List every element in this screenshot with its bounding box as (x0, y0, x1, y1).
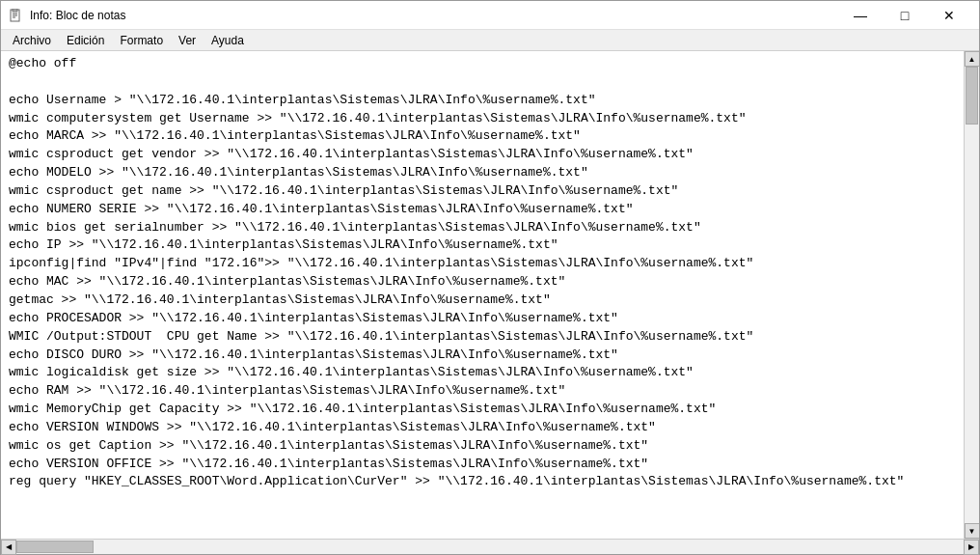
menu-formato[interactable]: Formato (112, 32, 171, 49)
text-editor[interactable]: @echo off echo Username > "\\172.16.40.1… (1, 51, 964, 539)
scrollbar-down-button[interactable]: ▼ (965, 523, 980, 539)
scrollbar-left-button[interactable]: ◀ (1, 540, 16, 555)
minimize-button[interactable]: — (838, 1, 883, 30)
menu-edicion[interactable]: Edición (59, 32, 112, 49)
menu-archivo[interactable]: Archivo (5, 32, 59, 49)
scrollbar-v-thumb[interactable] (966, 67, 978, 125)
maximize-button[interactable]: □ (883, 1, 927, 30)
svg-rect-1 (13, 9, 17, 12)
scrollbar-v-track[interactable] (965, 67, 979, 523)
close-button[interactable]: ✕ (927, 1, 971, 30)
content-area: @echo off echo Username > "\\172.16.40.1… (1, 51, 979, 539)
scrollbar-up-button[interactable]: ▲ (965, 51, 980, 67)
notepad-window: Info: Bloc de notas — □ ✕ Archivo Edició… (0, 0, 980, 555)
title-bar-left: Info: Bloc de notas (9, 8, 125, 23)
menu-ayuda[interactable]: Ayuda (204, 32, 252, 49)
menu-ver[interactable]: Ver (171, 32, 204, 49)
scrollbar-right-button[interactable]: ▶ (964, 540, 979, 555)
scrollbar-h-track[interactable] (16, 540, 964, 554)
title-bar-buttons: — □ ✕ (838, 1, 971, 30)
vertical-scrollbar: ▲ ▼ (964, 51, 979, 539)
scrollbar-h-thumb[interactable] (16, 541, 94, 553)
menu-bar: Archivo Edición Formato Ver Ayuda (1, 30, 979, 51)
notepad-icon (9, 8, 24, 23)
horizontal-scrollbar: ◀ ▶ (1, 539, 979, 554)
title-bar: Info: Bloc de notas — □ ✕ (1, 1, 979, 30)
window-title: Info: Bloc de notas (30, 9, 125, 22)
